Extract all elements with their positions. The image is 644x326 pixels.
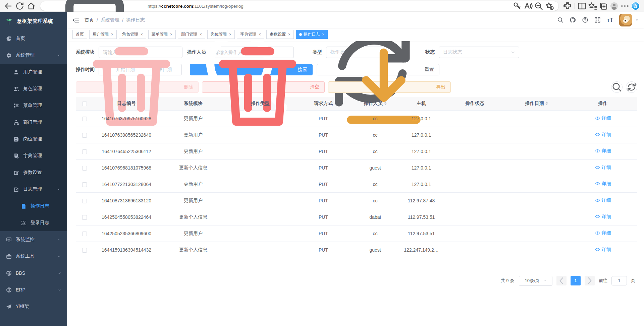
tab-菜单管理[interactable]: 菜单管理× xyxy=(148,30,176,39)
close-icon[interactable]: × xyxy=(111,32,113,37)
row-checkbox[interactable] xyxy=(82,215,87,220)
column-header-操作状态: 操作状态 xyxy=(445,97,504,110)
sidebar-item-用户管理[interactable]: 用户管理 xyxy=(0,64,67,80)
favorites-icon[interactable] xyxy=(588,1,598,11)
row-checkbox[interactable] xyxy=(82,149,87,154)
tab-参数设置[interactable]: 参数设置× xyxy=(266,30,294,39)
user-avatar[interactable] xyxy=(619,14,632,26)
row-checkbox[interactable] xyxy=(82,133,87,138)
row-checkbox[interactable] xyxy=(82,166,87,171)
row-checkbox[interactable] xyxy=(82,182,87,187)
current-page-button[interactable]: 1 xyxy=(571,276,581,285)
sidebar-item-登录日志[interactable]: 登录日志 xyxy=(0,214,67,231)
collections-icon[interactable] xyxy=(598,1,608,11)
close-icon[interactable]: × xyxy=(200,32,202,37)
tab-首页[interactable]: 首页 xyxy=(72,30,87,39)
select-all-checkbox[interactable] xyxy=(82,102,87,106)
close-icon[interactable]: × xyxy=(141,32,143,37)
sidebar-item-字典管理[interactable]: 字典管理 xyxy=(0,147,67,164)
zoom-out-icon[interactable] xyxy=(534,1,544,11)
tab-字典管理[interactable]: 字典管理× xyxy=(237,30,264,39)
fullscreen-icon[interactable] xyxy=(594,17,601,23)
clear-button[interactable]: 清空 xyxy=(202,81,325,93)
sidebar-item-岗位管理[interactable]: 岗位管理 xyxy=(0,131,67,147)
header-search-icon[interactable] xyxy=(557,17,564,23)
detail-link[interactable]: 详细 xyxy=(595,115,611,121)
tab-岗位管理[interactable]: 岗位管理× xyxy=(207,30,235,39)
close-icon[interactable]: × xyxy=(322,32,324,37)
font-size-icon[interactable]: тT xyxy=(607,17,613,23)
close-icon[interactable]: × xyxy=(170,32,172,37)
goto-page-input[interactable] xyxy=(611,276,627,285)
detail-link[interactable]: 详细 xyxy=(595,165,611,171)
show-search-toggle-button[interactable] xyxy=(611,81,623,93)
detail-link[interactable]: 详细 xyxy=(595,181,611,187)
address-bar[interactable]: https://ccnetcore.com:1101/system/log/op… xyxy=(40,1,558,11)
tab-操作日志[interactable]: 操作日志× xyxy=(296,30,328,39)
row-checkbox[interactable] xyxy=(82,248,87,253)
help-icon[interactable] xyxy=(582,17,588,23)
refresh-icon[interactable] xyxy=(15,1,25,11)
prev-page-button[interactable] xyxy=(556,276,567,285)
split-screen-icon[interactable] xyxy=(577,1,587,11)
sidebar-item-角色管理[interactable]: 角色管理 xyxy=(0,80,67,97)
refresh-table-button[interactable] xyxy=(626,81,637,93)
delete-button[interactable]: 删除 xyxy=(76,81,199,93)
browser-profile-icon[interactable] xyxy=(609,1,619,11)
sort-icon[interactable] xyxy=(384,102,387,105)
row-checkbox[interactable] xyxy=(82,117,87,121)
tab-部门管理[interactable]: 部门管理× xyxy=(178,30,205,39)
column-label: 主机 xyxy=(417,101,426,107)
breadcrumb-home[interactable]: 首页 xyxy=(85,17,94,23)
sidebar-item-系统监控[interactable]: 系统监控 xyxy=(0,231,67,248)
add-favorite-icon[interactable] xyxy=(544,1,554,11)
close-icon[interactable]: × xyxy=(288,32,290,37)
detail-link[interactable]: 详细 xyxy=(595,132,611,138)
page-size-select[interactable]: 10条/页 xyxy=(519,276,552,286)
extensions-icon[interactable] xyxy=(562,1,573,11)
detail-link[interactable]: 详细 xyxy=(595,230,611,236)
sidebar-item-label: 用户管理 xyxy=(23,69,42,75)
sidebar-item-日志管理[interactable]: 日志管理 xyxy=(0,181,67,198)
read-aloud-icon[interactable] xyxy=(523,1,533,11)
cell-log-id: 1641076968181075968 xyxy=(93,159,160,176)
close-icon[interactable]: × xyxy=(259,32,261,37)
bing-copilot-icon[interactable]: b xyxy=(631,1,641,11)
detail-link[interactable]: 详细 xyxy=(595,247,611,253)
back-icon[interactable] xyxy=(3,1,13,11)
detail-link[interactable]: 详细 xyxy=(595,197,611,203)
status-select[interactable]: 日志状态 xyxy=(439,47,519,58)
sidebar-item-系统工具[interactable]: 系统工具 xyxy=(0,248,67,265)
sidebar-item-首页[interactable]: 首页 xyxy=(0,30,67,47)
cell-status xyxy=(445,176,504,192)
export-button[interactable]: 导出 xyxy=(328,81,451,93)
github-icon[interactable] xyxy=(570,17,576,23)
eye-icon xyxy=(595,148,600,153)
sort-icon[interactable] xyxy=(545,102,548,105)
sidebar-item-操作日志[interactable]: 操作日志 xyxy=(0,198,67,214)
sidebar-item-系统管理[interactable]: 系统管理 xyxy=(0,47,67,64)
close-icon[interactable]: × xyxy=(229,32,231,37)
detail-label: 详细 xyxy=(602,230,611,236)
column-header-操作日期[interactable]: 操作日期 xyxy=(504,97,569,110)
sidebar-item-BBS[interactable]: BBS xyxy=(0,265,67,281)
row-checkbox[interactable] xyxy=(82,232,87,236)
avatar-caret-icon[interactable] xyxy=(635,18,639,22)
tab-用户管理[interactable]: 用户管理× xyxy=(89,30,117,39)
detail-link[interactable]: 详细 xyxy=(595,148,611,154)
column-label: 系统模块 xyxy=(184,101,203,107)
home-icon[interactable] xyxy=(26,1,36,11)
more-menu-icon[interactable] xyxy=(620,1,630,11)
app-logo[interactable]: 意框架管理系统 xyxy=(0,12,67,30)
sidebar-item-菜单管理[interactable]: 菜单管理 xyxy=(0,97,67,114)
sidebar-item-Yi框架[interactable]: Yi框架 xyxy=(0,298,67,315)
sidebar-item-参数设置[interactable]: 参数设置 xyxy=(0,164,67,181)
detail-link[interactable]: 详细 xyxy=(595,214,611,220)
sidebar-fold-icon[interactable] xyxy=(72,16,80,24)
password-key-icon[interactable] xyxy=(512,1,522,11)
sidebar-item-部门管理[interactable]: 部门管理 xyxy=(0,114,67,131)
sidebar-item-ERP[interactable]: ERP xyxy=(0,281,67,298)
row-checkbox[interactable] xyxy=(82,199,87,203)
tab-角色管理[interactable]: 角色管理× xyxy=(119,30,146,39)
next-page-button[interactable] xyxy=(585,276,595,285)
